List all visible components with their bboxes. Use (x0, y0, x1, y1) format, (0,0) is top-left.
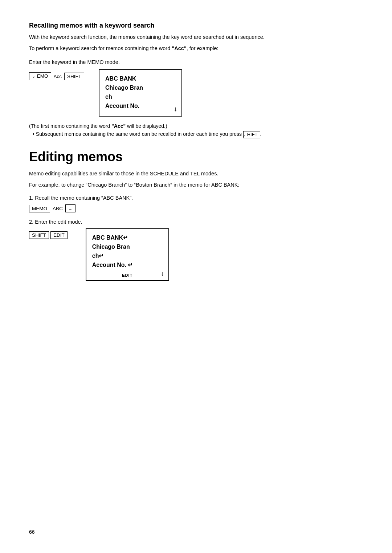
step2-label: 2. (29, 219, 35, 225)
display-box-1: ABC BANK Chicago Bran ch Account No. ↓ (99, 69, 182, 117)
para1: With the keyword search function, the me… (29, 33, 363, 41)
display1-line1: ABC BANK (105, 74, 176, 84)
acc-label: Acc (54, 74, 62, 79)
note-before: (The first memo containing the word (29, 123, 111, 129)
display2-line3: ch↵ (92, 252, 163, 261)
bullet-before: Subsequent memos containing the same wor… (36, 131, 243, 137)
key-shift-2: SHIFT (29, 231, 49, 239)
step2-content: Enter the edit mode. (35, 219, 82, 225)
step2-text: 2. Enter the edit mode. (29, 219, 363, 225)
display2-edit-label: EDIT (122, 273, 132, 277)
para2-acc: "Acc" (172, 45, 186, 51)
step1-content: Recall the memo containing “ABC BANK”. (35, 195, 133, 201)
keyboard-sequence-1: ⌄ EMO Acc SHIFT (29, 72, 84, 80)
display2-line4: Account No. ↵ (92, 261, 163, 270)
display-box-2: ABC BANK↵ Chicago Bran ch↵ Account No. ↵… (86, 228, 169, 281)
display2-line2: Chicago Bran (92, 243, 163, 252)
note-acc: "Acc" (111, 123, 126, 129)
editing-heading: Editing memos (29, 149, 363, 164)
keyboard-sequence-2: MEMO ABC ⌄ (29, 204, 363, 212)
bullet-text: • Subsequent memos containing the same w… (29, 131, 363, 138)
display1-line4: Account No. (105, 102, 176, 111)
step1-text: 1. Recall the memo containing “ABC BANK”… (29, 195, 363, 201)
bullet-after: . (260, 131, 262, 137)
para2-after: , for example: (187, 45, 219, 51)
para2-before: To perform a keyword search for memos co… (29, 45, 172, 51)
display-box-1-content: ABC BANK Chicago Bran ch Account No. (105, 74, 176, 110)
keyboard-sequence-3: SHIFT EDIT (29, 231, 68, 239)
display1-arrow: ↓ (174, 105, 177, 113)
abc-label: ABC (53, 206, 63, 211)
para2: To perform a keyword search for memos co… (29, 44, 363, 53)
page-number: 66 (29, 529, 35, 535)
enter-keyword-text: Enter the keyword in the MEMO mode. (29, 59, 363, 65)
section-heading: Recalling memos with a keyword search (29, 22, 363, 29)
key-edit: EDIT (50, 231, 68, 239)
step1-label: 1. (29, 195, 35, 201)
display1-line3: ch (105, 93, 176, 102)
editing-para1: Memo editing capabilities are similar to… (29, 170, 363, 178)
key-memo: ⌄ EMO (29, 72, 51, 80)
key-shift-1: SHIFT (64, 73, 84, 80)
note-after: will be displayed.) (126, 123, 167, 129)
display-box-2-content: ABC BANK↵ Chicago Bran ch↵ Account No. ↵ (92, 233, 163, 269)
display2-line1: ABC BANK↵ (92, 233, 163, 243)
editing-para2: For example, to change “Chicago Branch” … (29, 181, 363, 189)
key-shift-hint: ⌄ HIFT (243, 131, 260, 138)
note-text: (The first memo containing the word "Acc… (29, 123, 363, 129)
key-memo-2: MEMO (29, 205, 50, 212)
keyboard-display-row: ⌄ EMO Acc SHIFT ABC BANK Chicago Bran ch… (29, 69, 363, 117)
step2-keyboard-display-row: SHIFT EDIT ABC BANK↵ Chicago Bran ch↵ Ac… (29, 228, 363, 281)
display2-arrow: ↓ (161, 270, 164, 277)
display1-line2: Chicago Bran (105, 84, 176, 93)
key-chevron: ⌄ (65, 204, 75, 212)
